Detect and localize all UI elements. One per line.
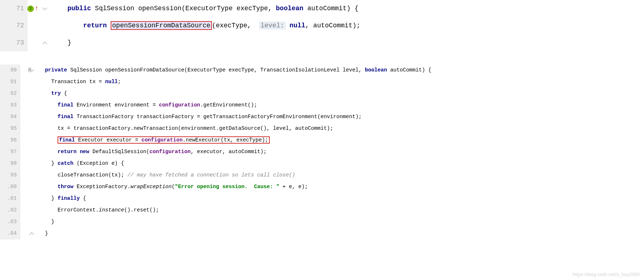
code-token: ().reset();: [124, 207, 159, 213]
code-line[interactable]: .01 } finally {: [0, 193, 644, 205]
code-token: ErrorContext.: [39, 207, 99, 213]
line-number[interactable]: 72: [0, 17, 28, 34]
line-number[interactable]: 73: [0, 34, 28, 51]
code-token: .getEnvironment();: [200, 102, 257, 108]
line-number[interactable]: 94: [0, 111, 20, 123]
override-icon[interactable]: I: [27, 5, 34, 12]
code-block-1: 71I↑ public SqlSession openSession(Execu…: [0, 0, 644, 51]
line-number[interactable]: .03: [0, 216, 20, 228]
code-line[interactable]: 96 final Executor executor = configurati…: [0, 135, 644, 146]
code-content[interactable]: closeTransaction(tx); // may have fetche…: [36, 171, 295, 179]
code-block-2: 90@ private SqlSession openSessionFromDa…: [0, 65, 644, 240]
code-content[interactable]: throw ExceptionFactory.wrapException("Er…: [36, 183, 308, 191]
code-token: [39, 102, 58, 108]
code-content[interactable]: } catch (Exception e) {: [36, 159, 124, 168]
code-line[interactable]: 95 tx = transactionFactory.newTransactio…: [0, 123, 644, 135]
code-line[interactable]: .02 ErrorContext.instance().reset();: [0, 205, 644, 216]
code-token: [52, 22, 83, 29]
code-token: openSession: [138, 5, 182, 12]
code-content[interactable]: }: [36, 229, 48, 238]
code-token: private: [45, 67, 67, 73]
line-number[interactable]: .04: [0, 228, 20, 240]
code-token: [286, 22, 290, 29]
line-number[interactable]: 97: [0, 146, 20, 158]
code-token: openSessionFromDataSource: [111, 21, 212, 30]
annotation-icon[interactable]: @: [28, 66, 31, 74]
code-token: configuration: [150, 149, 191, 155]
fold-gutter[interactable]: [28, 34, 50, 51]
code-content[interactable]: private SqlSession openSessionFromDataSo…: [36, 66, 431, 74]
code-token: SqlSession: [70, 67, 102, 73]
code-content[interactable]: }: [50, 38, 71, 48]
code-token: (execType,: [212, 22, 259, 29]
code-token: [107, 22, 111, 29]
code-token: , autoCommit);: [305, 22, 360, 29]
code-token: boolean: [276, 5, 304, 12]
code-line[interactable]: 93 final Environment environment = confi…: [0, 100, 644, 111]
code-token: (Exception e) {: [74, 160, 124, 166]
code-content[interactable]: return openSessionFromDataSource(execTyp…: [50, 20, 360, 31]
code-token: ExceptionFactory.: [74, 184, 131, 190]
code-token: [52, 5, 67, 12]
code-token: [39, 149, 58, 155]
code-content[interactable]: ErrorContext.instance().reset();: [36, 206, 159, 214]
code-content[interactable]: final TransactionFactory transactionFact…: [36, 113, 362, 121]
code-content[interactable]: }: [36, 218, 55, 226]
fold-gutter: [20, 205, 36, 216]
code-token: try: [51, 90, 61, 96]
line-number[interactable]: .02: [0, 205, 20, 216]
code-line[interactable]: 94 final TransactionFactory transactionF…: [0, 111, 644, 123]
code-line[interactable]: 71I↑ public SqlSession openSession(Execu…: [0, 0, 644, 17]
code-token: {: [61, 90, 67, 96]
fold-gutter: [20, 100, 36, 111]
code-token: autoCommit) {: [303, 5, 358, 12]
line-number[interactable]: 95: [0, 123, 20, 135]
line-number[interactable]: 93: [0, 100, 20, 111]
code-line[interactable]: 98 } catch (Exception e) {: [0, 158, 644, 170]
code-content[interactable]: final Environment environment = configur…: [36, 101, 257, 109]
code-line[interactable]: 91 Transaction tx = null;: [0, 76, 644, 88]
line-number[interactable]: .01: [0, 193, 20, 205]
line-number[interactable]: 90@: [0, 65, 20, 76]
fold-gutter: [20, 181, 36, 193]
code-line[interactable]: 73 }: [0, 34, 644, 51]
line-number[interactable]: 99: [0, 170, 20, 181]
code-token: }: [52, 39, 71, 46]
code-content[interactable]: Transaction tx = null;: [36, 78, 121, 86]
line-number[interactable]: 98: [0, 158, 20, 170]
code-line[interactable]: 92 try {: [0, 88, 644, 100]
code-token: SqlSession: [95, 5, 134, 12]
code-line[interactable]: 72 return openSessionFromDataSource(exec…: [0, 17, 644, 34]
code-line[interactable]: 99 closeTransaction(tx); // may have fet…: [0, 170, 644, 181]
code-token: [39, 137, 58, 143]
code-token: TransactionFactory transactionFactory = …: [74, 114, 362, 120]
code-content[interactable]: tx = transactionFactory.newTransaction(e…: [36, 124, 333, 133]
code-token: closeTransaction(tx);: [39, 172, 127, 178]
fold-gutter[interactable]: [20, 228, 36, 240]
code-line[interactable]: .04 }: [0, 228, 644, 240]
code-content[interactable]: } finally {: [36, 194, 86, 203]
code-token: , executor, autoCommit);: [191, 149, 267, 155]
code-content[interactable]: return new DefaultSqlSession(configurati…: [36, 148, 267, 156]
code-token: // may have fetched a connection so lets…: [127, 172, 295, 178]
line-number[interactable]: 92: [0, 88, 20, 100]
code-token: Environment environment =: [74, 102, 159, 108]
code-token: execType,: [233, 5, 276, 12]
code-token: instance: [99, 207, 124, 213]
code-line[interactable]: .03 }: [0, 216, 644, 228]
code-content[interactable]: final Executor executor = configuration.…: [36, 136, 270, 144]
code-token: finally: [58, 195, 80, 201]
code-content[interactable]: public SqlSession openSession(ExecutorTy…: [50, 3, 359, 14]
line-number[interactable]: 91: [0, 76, 20, 88]
code-line[interactable]: .00 throw ExceptionFactory.wrapException…: [0, 181, 644, 193]
line-number[interactable]: 71I↑: [0, 0, 28, 17]
code-line[interactable]: 90@ private SqlSession openSessionFromDa…: [0, 65, 644, 76]
code-token: null: [105, 79, 118, 85]
code-line[interactable]: 97 return new DefaultSqlSession(configur…: [0, 146, 644, 158]
line-number[interactable]: .00: [0, 181, 20, 193]
line-number[interactable]: 96: [0, 135, 20, 146]
code-token: return new: [58, 149, 89, 155]
code-token: [39, 67, 45, 73]
fold-gutter: [20, 146, 36, 158]
code-content[interactable]: try {: [36, 89, 67, 98]
